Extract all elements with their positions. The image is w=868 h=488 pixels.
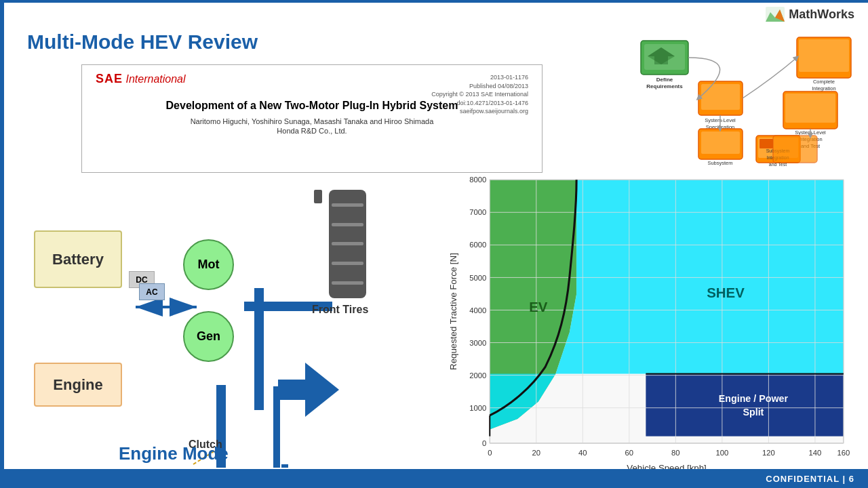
svg-text:Requested Tractive Force [N]: Requested Tractive Force [N] bbox=[448, 253, 458, 370]
svg-rect-52 bbox=[281, 464, 288, 468]
svg-text:Requirements: Requirements bbox=[646, 83, 683, 89]
gen-label: Gen bbox=[197, 329, 220, 344]
sae-authors: Naritomo Higuchi, Yoshihiro Sunaga, Masa… bbox=[96, 117, 528, 125]
chart-svg: 8000 7000 6000 5000 4000 3000 2000 1000 … bbox=[444, 173, 854, 478]
svg-rect-38 bbox=[244, 302, 312, 311]
svg-rect-10 bbox=[701, 84, 740, 110]
svg-text:Split: Split bbox=[743, 407, 764, 418]
top-line bbox=[4, 0, 868, 3]
svg-text:4000: 4000 bbox=[469, 306, 486, 314]
svg-text:140: 140 bbox=[809, 449, 822, 457]
svg-text:7000: 7000 bbox=[469, 208, 486, 216]
svg-text:8000: 8000 bbox=[469, 176, 486, 184]
svg-text:5000: 5000 bbox=[469, 274, 486, 282]
svg-text:80: 80 bbox=[671, 449, 680, 457]
svg-text:1000: 1000 bbox=[469, 404, 486, 412]
gen-circle: Gen bbox=[183, 311, 234, 362]
svg-text:6000: 6000 bbox=[469, 241, 486, 249]
sae-copyright: Copyright © 2013 SAE International bbox=[431, 90, 528, 99]
battery-label: Battery bbox=[52, 251, 104, 268]
svg-text:60: 60 bbox=[625, 449, 634, 457]
svg-text:Integration: Integration bbox=[812, 85, 835, 92]
svg-text:160: 160 bbox=[837, 449, 850, 457]
battery-box: Battery bbox=[34, 230, 122, 288]
engine-label: Engine bbox=[53, 376, 102, 394]
sae-doi: doi:10.4271/2013-01-1476 bbox=[431, 99, 528, 108]
svg-text:Subsystem: Subsystem bbox=[783, 165, 807, 166]
engine-mode-label: Engine Mode bbox=[119, 443, 229, 464]
sae-intl: International bbox=[123, 73, 186, 85]
svg-text:3000: 3000 bbox=[469, 339, 486, 347]
sae-info: 2013-01-1176 Published 04/08/2013 Copyri… bbox=[431, 73, 528, 116]
sae-date: 2013-01-1176 bbox=[431, 73, 528, 82]
chart-area: 8000 7000 6000 5000 4000 3000 2000 1000 … bbox=[444, 173, 854, 478]
dcac-box: DC AC bbox=[129, 271, 180, 308]
svg-text:0: 0 bbox=[482, 439, 486, 447]
svg-rect-33 bbox=[773, 136, 817, 163]
bottom-bar: CONFIDENTIAL | 6 bbox=[0, 469, 868, 488]
svg-rect-23 bbox=[785, 94, 835, 123]
ac-label: AC bbox=[139, 283, 165, 300]
svg-text:Complete: Complete bbox=[813, 79, 835, 85]
svg-text:EV: EV bbox=[529, 299, 548, 314]
svg-marker-54 bbox=[278, 363, 339, 417]
workflow-diagram: Define Requirements System-Level Specifi… bbox=[637, 24, 854, 166]
motor-label: Mot bbox=[198, 258, 220, 272]
svg-rect-14 bbox=[701, 131, 740, 154]
svg-text:SHEV: SHEV bbox=[707, 285, 745, 300]
svg-rect-37 bbox=[254, 288, 264, 410]
front-tires-label: Front Tires bbox=[312, 304, 368, 316]
mathworks-logo: MathWorks bbox=[766, 7, 854, 22]
sae-published: Published 04/08/2013 bbox=[431, 82, 528, 91]
svg-text:Define: Define bbox=[656, 77, 673, 83]
confidential-text: CONFIDENTIAL | 6 bbox=[766, 474, 854, 484]
svg-text:120: 120 bbox=[762, 449, 775, 457]
motor-circle: Mot bbox=[183, 239, 234, 290]
svg-text:100: 100 bbox=[715, 449, 728, 457]
sae-text: SAE bbox=[96, 72, 123, 85]
engine-box: Engine bbox=[34, 363, 122, 407]
page-title: Multi-Mode HEV Review bbox=[27, 30, 258, 54]
mathworks-text: MathWorks bbox=[789, 7, 854, 22]
sae-url: saeifpow.saeijournals.org bbox=[431, 107, 528, 116]
svg-text:Engine / Power: Engine / Power bbox=[719, 393, 789, 404]
front-tires: Front Tires bbox=[312, 190, 368, 316]
svg-rect-18 bbox=[799, 39, 849, 72]
left-bar bbox=[0, 0, 4, 488]
svg-rect-29 bbox=[760, 139, 773, 148]
sae-torn-edge bbox=[82, 164, 542, 172]
sae-paper-box: SAE International 2013-01-1176 Published… bbox=[81, 64, 542, 173]
svg-text:0: 0 bbox=[488, 449, 492, 457]
svg-rect-51 bbox=[273, 386, 280, 468]
mathworks-icon bbox=[766, 7, 785, 22]
svg-text:Subsystem: Subsystem bbox=[707, 160, 732, 166]
workflow-svg: Define Requirements System-Level Specifi… bbox=[637, 24, 854, 166]
svg-text:20: 20 bbox=[532, 449, 541, 457]
sae-company: Honda R&D Co., Ltd. bbox=[96, 127, 528, 135]
svg-text:2000: 2000 bbox=[469, 371, 486, 380]
svg-text:40: 40 bbox=[578, 449, 587, 457]
